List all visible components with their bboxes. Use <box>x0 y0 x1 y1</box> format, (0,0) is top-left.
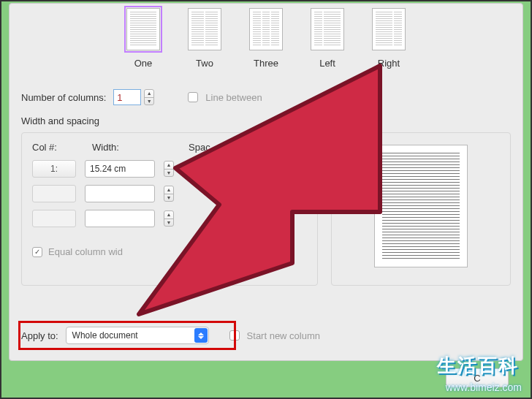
col-index-1: 1: <box>32 160 76 178</box>
preview-title: Preview <box>331 115 511 126</box>
equal-width-label: Equal column wid <box>48 246 123 257</box>
preset-three-label: Three <box>254 58 278 69</box>
preview-box <box>331 132 511 286</box>
equal-width-row: ✓ Equal column wid <box>32 246 307 257</box>
stepper-up-icon[interactable]: ▲ <box>145 90 153 98</box>
start-new-column-label: Start new column <box>247 330 320 341</box>
preset-two[interactable]: Two <box>188 8 221 69</box>
col-header: Col #: <box>32 142 76 153</box>
col-index-2 <box>32 185 76 202</box>
watermark-text: 生活百科 <box>437 353 519 379</box>
width-spacing-box: Col #: Width: Spac 1: ▲▼ ▲▼ ▲▼ <box>21 132 318 286</box>
line-between-label: Line between <box>205 92 262 103</box>
preset-left-label: Left <box>319 58 335 69</box>
preview-group: Preview <box>331 115 511 286</box>
table-row: ▲▼ <box>32 185 307 202</box>
width-stepper-2: ▲▼ <box>164 186 174 202</box>
preset-three[interactable]: Three <box>249 8 283 69</box>
apply-to-select[interactable]: Whole document <box>66 327 209 344</box>
num-columns-label: Number of columns: <box>21 92 106 103</box>
width-stepper-1[interactable]: ▲▼ <box>164 161 174 177</box>
preset-one-icon <box>126 8 160 50</box>
stepper-down-icon[interactable]: ▼ <box>164 170 173 177</box>
width-input-2 <box>85 185 155 202</box>
chevron-updown-icon <box>194 328 208 343</box>
apply-to-value: Whole document <box>72 330 138 341</box>
num-columns-stepper[interactable]: ▲▼ <box>144 89 154 105</box>
equal-width-checkbox[interactable]: ✓ <box>32 247 42 257</box>
column-presets: One Two Three Left Right <box>17 8 515 69</box>
groups-row: Width and spacing Col #: Width: Spac 1: … <box>17 115 515 286</box>
width-input-1[interactable] <box>85 160 155 178</box>
start-new-column-checkbox[interactable] <box>229 330 240 341</box>
apply-to-label: Apply to: <box>21 330 58 341</box>
apply-row: Apply to: Whole document Start new colum… <box>21 327 511 344</box>
width-spacing-title: Width and spacing <box>21 115 318 126</box>
stepper-up-icon[interactable]: ▲ <box>164 162 173 170</box>
stepper-down-icon[interactable]: ▼ <box>145 98 153 105</box>
width-header: Width: <box>92 142 172 153</box>
preset-right[interactable]: Right <box>372 8 406 69</box>
table-row: 1: ▲▼ <box>32 160 307 178</box>
preset-two-icon <box>188 8 221 50</box>
preset-left-icon <box>311 8 344 50</box>
line-between-checkbox[interactable] <box>188 92 198 102</box>
preview-lines <box>382 153 460 259</box>
columns-dialog: One Two Three Left Right Number of colum… <box>9 3 523 361</box>
table-row: ▲▼ <box>32 210 307 227</box>
width-input-3 <box>85 210 155 227</box>
spacing-header: Spac <box>189 142 210 153</box>
col-index-3 <box>32 210 76 227</box>
preview-page-icon <box>374 145 468 267</box>
preset-right-label: Right <box>378 58 400 69</box>
preset-left[interactable]: Left <box>311 8 344 69</box>
num-columns-input[interactable] <box>113 89 141 105</box>
preset-two-label: Two <box>196 58 213 69</box>
number-of-columns-row: Number of columns: ▲▼ Line between <box>21 89 515 105</box>
preset-three-icon <box>249 8 283 50</box>
ws-headers: Col #: Width: Spac <box>32 142 307 153</box>
watermark-url: www.bimeiz.com <box>446 381 522 393</box>
preset-right-icon <box>372 8 406 50</box>
width-spacing-group: Width and spacing Col #: Width: Spac 1: … <box>21 115 318 286</box>
width-stepper-3: ▲▼ <box>164 210 174 227</box>
preset-one-label: One <box>134 58 153 69</box>
preset-one[interactable]: One <box>126 8 160 69</box>
num-columns-stepper-wrap: ▲▼ <box>113 89 154 105</box>
